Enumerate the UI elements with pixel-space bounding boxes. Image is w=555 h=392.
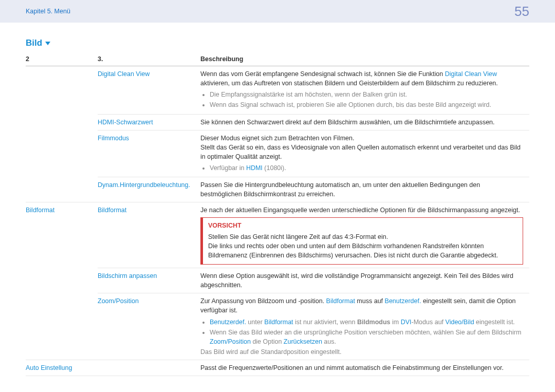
link-digital-clean-view[interactable]: Digital Clean View [445, 70, 497, 78]
bold-text: Bildmodus [357, 319, 391, 326]
text: (1080i). [263, 164, 286, 172]
list-item: Verfügbar in HDMI (1080i). [210, 163, 523, 173]
text: aus. [322, 338, 336, 345]
text: Je nach der aktuellen Eingangsquelle wer… [200, 206, 523, 215]
menu-item-dynamic-backlight[interactable]: Dynam.Hintergrundbeleuchtung. [98, 181, 190, 189]
note-text: Das Bild wird auf die Standardposition e… [200, 347, 523, 357]
list-item: Wenn Sie das Bild wieder an die ursprüng… [210, 328, 523, 346]
table-row: Auto Einstellung Passt die Frequenzwerte… [26, 360, 529, 376]
table-row: Zoom/Position Zur Anpassung von Bildzoom… [26, 293, 529, 360]
text: eingestellt ist. [474, 319, 515, 326]
list-item: Benutzerdef. unter Bildformat ist nur ak… [210, 318, 523, 327]
description-cell: Zur Anpassung von Bildzoom und -position… [200, 293, 529, 360]
menu-item-zoom-position[interactable]: Zoom/Position [98, 297, 139, 305]
text: Die links und rechts oder oben und unten… [208, 241, 517, 260]
breadcrumb[interactable]: Kapitel 5. Menü [26, 8, 70, 15]
menu-item-picture-size-l2[interactable]: Bildformat [26, 207, 54, 214]
list-item: Wenn das Signal schwach ist, probieren S… [210, 100, 523, 109]
menu-item-hdmi-black-level[interactable]: HDMI-Schwarzwert [98, 119, 153, 126]
table-row: HDMI-Schwarzwert Sie können den Schwarzw… [26, 114, 529, 130]
page-number: 55 [514, 4, 529, 20]
text: muss auf [355, 297, 385, 305]
table-row: Dynam.Hintergrundbeleuchtung. Passen Sie… [26, 177, 529, 202]
text: im [391, 319, 401, 326]
link-hdmi[interactable]: HDMI [246, 164, 263, 172]
caution-box: VORSICHT Stellen Sie das Gerät nicht län… [200, 217, 523, 265]
list-item: Die Empfangssignalstärke ist am höchsten… [210, 90, 523, 99]
link-dvi[interactable]: DVI [401, 319, 412, 326]
link-benutzerdef[interactable]: Benutzerdef. [210, 319, 246, 326]
text: Stellen Sie das Gerät nicht längere Zeit… [208, 232, 517, 241]
description-cell: Je nach der aktuellen Eingangsquelle wer… [200, 202, 529, 268]
description-cell: Passen Sie die Hintergrundbeleuchtung au… [200, 177, 529, 202]
text: Wenn das vom Gerät empfangene Sendesigna… [200, 70, 445, 78]
text: Verfügbar in [210, 164, 246, 172]
description-cell: Wenn diese Option ausgewählt ist, wird d… [200, 268, 529, 293]
text: Zur Anpassung von Bildzoom und -position… [200, 297, 326, 305]
text: -Modus auf [412, 319, 446, 326]
section-title-label: Bild [26, 38, 42, 48]
link-bildformat[interactable]: Bildformat [264, 319, 293, 326]
menu-table: 2 3. Beschreibung Digital Clean View Wen… [26, 53, 529, 376]
description-cell: Wenn das vom Gerät empfangene Sendesigna… [200, 66, 529, 115]
table-row: Filmmodus Dieser Modus eignet sich zum B… [26, 130, 529, 177]
section-title[interactable]: Bild [26, 38, 529, 48]
column-header-description: Beschreibung [200, 53, 529, 66]
description-cell: Dieser Modus eignet sich zum Betrachten … [200, 130, 529, 177]
menu-item-fit-to-screen[interactable]: Bildschirm anpassen [98, 272, 157, 279]
link-benutzerdef[interactable]: Benutzerdef. [385, 297, 421, 305]
menu-item-picture-size-l3[interactable]: Bildformat [98, 207, 126, 214]
link-video-bild[interactable]: Video/Bild [446, 319, 474, 326]
text: Wenn Sie das Bild wieder an die ursprüng… [210, 329, 521, 336]
text: Dieser Modus eignet sich zum Betrachten … [200, 134, 523, 143]
menu-item-digital-clean-view[interactable]: Digital Clean View [98, 70, 150, 78]
caution-title: VORSICHT [208, 221, 517, 230]
page-content: Bild 2 3. Beschreibung Digital Clean Vie… [0, 23, 555, 376]
description-cell: Passt die Frequenzwerte/Positionen an un… [200, 360, 529, 376]
table-row: Bildschirm anpassen Wenn diese Option au… [26, 268, 529, 293]
column-header-level2: 2 [26, 53, 98, 66]
text: Stellt das Gerät so ein, dass es Videosi… [200, 143, 523, 161]
link-reset[interactable]: Zurücksetzen [284, 338, 322, 345]
table-row: Digital Clean View Wenn das vom Gerät em… [26, 66, 529, 115]
menu-item-auto-adjustment[interactable]: Auto Einstellung [26, 364, 72, 371]
text: ist nur aktiviert, wenn [293, 319, 357, 326]
column-header-level3: 3. [98, 53, 200, 66]
text: unter [246, 319, 264, 326]
table-row: Bildformat Bildformat Je nach der aktuel… [26, 202, 529, 268]
link-bildformat[interactable]: Bildformat [326, 297, 355, 305]
link-zoom-position[interactable]: Zoom/Position [210, 338, 251, 345]
menu-item-film-mode[interactable]: Filmmodus [98, 135, 129, 142]
text: die Option [251, 338, 284, 345]
text: aktivieren, um das Auftreten von statisc… [200, 80, 498, 87]
triangle-down-icon [45, 42, 50, 45]
description-cell: Sie können den Schwarzwert direkt auf de… [200, 114, 529, 130]
header-bar: Kapitel 5. Menü 55 [0, 0, 555, 23]
